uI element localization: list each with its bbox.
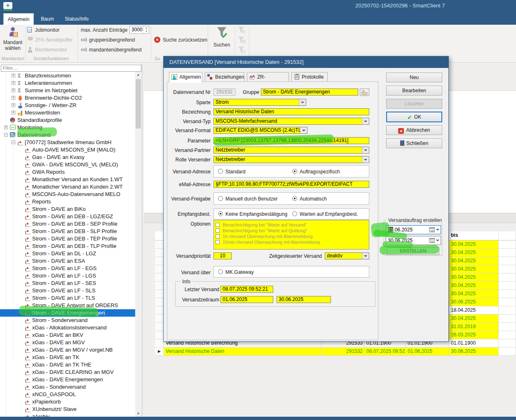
ribbon-tab-baum[interactable]: Baum — [37, 13, 58, 25]
dialog-tab-beziehungen[interactable]: Beziehungen — [205, 72, 244, 82]
tree-item[interactable]: MSCONS-Auto-Datenversand MELO — [0, 191, 136, 198]
mk-gateway-radio[interactable] — [218, 269, 223, 274]
max-entries-spinner[interactable]: 3000 ▲▼ — [129, 26, 149, 34]
tree-item[interactable]: Reports — [0, 198, 136, 205]
gruppe-lookup-button[interactable] — [360, 89, 369, 96]
tree-expander[interactable]: + — [12, 89, 15, 92]
tree-item[interactable]: GWA - DAVE MSCONS_VL (MELO) — [0, 161, 136, 168]
tree-item[interactable]: xGas - DAVE an MGV / vorgel.NB — [0, 346, 136, 354]
erstellen-button[interactable]: ERSTELLEN — [387, 247, 439, 255]
rolle-versender-dropdown-button[interactable] — [362, 156, 369, 163]
versandauftrag-date-from[interactable]: 01.06.2025 — [386, 225, 441, 234]
tree-item[interactable]: Gas - DAVE an Kvasy — [0, 154, 136, 161]
tree-item[interactable]: Strom - DAVE an DEB - SEP Profile — [0, 220, 136, 228]
app-icon[interactable]: + — [3, 2, 12, 9]
tree-item[interactable]: XUnbenutzt/ Slave — [0, 406, 136, 413]
loeschen-button[interactable]: Löschen — [386, 99, 442, 109]
row-header-cell[interactable] — [155, 339, 164, 348]
suche-zuruecksetzen-button[interactable]: × Suche zurücksetzen — [154, 36, 207, 44]
mandantenuebergreifend-button[interactable]: xx) mandantenübergreifend — [81, 46, 141, 54]
suchen-button[interactable]: Suchen — [209, 26, 234, 54]
tree-expander[interactable]: + — [12, 111, 15, 114]
row-von-cell[interactable]: 01.06.2025 — [406, 348, 449, 356]
zeit-dropdown-button[interactable] — [362, 253, 369, 259]
gruppe-field[interactable]: Strom - DAVE Energiemengen — [261, 89, 358, 96]
row-nr-cell[interactable]: 291532 — [321, 348, 365, 356]
versand-typ-dropdown-button[interactable] — [362, 118, 369, 124]
bearbeiten-button[interactable]: Bearbeiten — [386, 86, 442, 96]
row-header-cell[interactable] — [155, 331, 164, 339]
row-name-cell[interactable]: Versand Historische Daten — [164, 348, 321, 356]
tree-item[interactable]: Strom - DAVE an DL - LGZ — [0, 250, 136, 257]
row-header-cell[interactable] — [155, 306, 164, 315]
dialog-tab-protokolle[interactable]: Protokolle — [291, 72, 328, 82]
bis-cell[interactable]: 30.04.2025 — [449, 257, 499, 265]
tree-item[interactable]: Strom - DAVE an BiKo — [0, 205, 136, 213]
date-from-picker-button[interactable] — [428, 226, 441, 234]
versand-typ-combo[interactable]: MSCONS-Mehrfachversand — [213, 118, 369, 125]
schliessen-button[interactable]: Schließen — [386, 138, 442, 148]
bis-cell[interactable]: 30.04.2025 — [449, 273, 499, 282]
ribbon-tab-status-info[interactable]: Status/Info — [61, 13, 92, 25]
tree-filter-input[interactable]: Filter.... — [1, 65, 141, 72]
tree-item[interactable]: zArchiv — [0, 413, 136, 417]
tree-expander[interactable]: + — [12, 96, 15, 100]
tree-item[interactable]: Strom - DAVE an LF - TLS — [0, 294, 136, 302]
tree-expander[interactable]: + — [12, 74, 15, 77]
bis-cell[interactable]: 18.04.2025 — [449, 306, 499, 315]
dialog-tab-allgemein[interactable]: Allgemein — [169, 72, 202, 83]
bis-cell[interactable]: 30.04.2025 — [449, 290, 499, 298]
column-header[interactable] — [155, 231, 164, 240]
bis-cell[interactable]: 30.04.2025 — [449, 265, 499, 273]
row-header-cell[interactable]: ▶ — [155, 348, 164, 356]
tree-item[interactable]: xGas - DAVE an MGV — [0, 339, 136, 346]
tree-item[interactable]: Monatlicher Versand an Kunden 2.WT — [0, 183, 136, 191]
bis-cell[interactable]: 30.06.2025 — [449, 298, 499, 306]
zeitgesteuerter-versand-combo[interactable]: deaktiv — [325, 252, 369, 259]
bezeichnung-field[interactable]: Versand Historische Daten — [213, 108, 369, 115]
tree-item[interactable]: xGas - Sonderversand — [0, 383, 136, 391]
tree-expander[interactable]: + — [12, 81, 15, 85]
bis-cell[interactable]: 26.03.2025 — [449, 331, 499, 339]
tree-item[interactable]: +Bilanzkreissummen — [0, 72, 136, 79]
tree-expander[interactable]: − — [12, 140, 15, 144]
tree-item[interactable]: −[700772] Stadtwerke Ilmenau GmbH — [0, 139, 136, 146]
jobmonitor-button[interactable]: Jobmonitor — [27, 26, 59, 34]
versandauftrag-date-to[interactable]: 30.06.2025 — [386, 236, 441, 245]
scroll-down-button[interactable]: ▼ — [135, 411, 141, 417]
scrollbar-thumb[interactable] — [136, 79, 141, 128]
tree-item[interactable]: Standardlastprofile — [0, 117, 136, 124]
tree-item[interactable]: +Summe im Netzgebiet — [0, 87, 136, 94]
filter-edit-icon[interactable] — [237, 36, 246, 44]
auftragsspezifisch-radio[interactable] — [292, 169, 297, 174]
tree-item[interactable]: Strom - DAVE an DEB - LGZ/EGZ — [0, 213, 136, 220]
mandant-waehlen-button[interactable]: Mandant wählen — [1, 26, 25, 55]
row-header-cell[interactable] — [155, 240, 164, 249]
dialog-title-bar[interactable]: DATENVERSAND [Versand Historische Daten … — [164, 56, 448, 68]
filter-clear-icon[interactable]: x — [237, 26, 246, 34]
standard-radio[interactable] — [218, 169, 223, 174]
tree-item[interactable]: Strom - Sonderversand — [0, 317, 136, 324]
row-header-cell[interactable] — [155, 323, 164, 331]
option-checkbox[interactable] — [216, 240, 220, 244]
bis-cell[interactable]: 31.01.2019 — [449, 323, 499, 331]
tree-item[interactable]: Strom - DAVE an LF - LGS — [0, 272, 136, 280]
ok-button[interactable]: ✔OK — [386, 112, 442, 122]
tree-item[interactable]: Strom - DAVE an DEB - TEP Profile — [0, 235, 136, 243]
option-checkbox[interactable] — [216, 223, 220, 227]
keine-empfangsbestaetigung-radio[interactable] — [218, 211, 223, 216]
bis-cell[interactable]: 30.04.2025 — [449, 240, 499, 249]
tree-item[interactable]: −Datenversand — [0, 131, 136, 139]
row-timestamp-cell[interactable]: 08.07.2025 09:52:21 — [365, 348, 406, 356]
tree-item[interactable]: Strom - DAVE an ESA — [0, 257, 136, 265]
rolle-versender-combo[interactable]: Netzbetreiber — [213, 156, 369, 163]
warten-empfangsbest-radio[interactable] — [292, 211, 297, 216]
dialog-tab-zr-positionen[interactable]: ZR-Positionen — [247, 72, 289, 82]
tree-item[interactable]: +Sonstige- / Wetter-ZR — [0, 102, 136, 109]
tree-item[interactable]: Strom - DAVE an LF - SES — [0, 280, 136, 287]
scroll-up-button[interactable]: ▲ — [135, 72, 141, 78]
ribbon-tab-allgemein[interactable]: Allgemein — [3, 13, 34, 25]
tree-item[interactable]: Strom - DAVE an LF - EGS — [0, 265, 136, 272]
automatisch-radio[interactable] — [292, 196, 297, 201]
filter-grid-icon[interactable] — [237, 46, 246, 54]
